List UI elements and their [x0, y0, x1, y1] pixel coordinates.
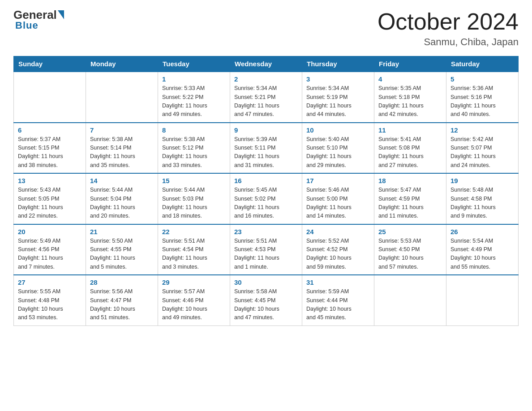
day-info: Sunrise: 5:36 AMSunset: 5:16 PMDaylight:…: [450, 84, 514, 119]
calendar-cell: 14Sunrise: 5:44 AMSunset: 5:04 PMDayligh…: [86, 173, 158, 224]
calendar-week-row: 20Sunrise: 5:49 AMSunset: 4:56 PMDayligh…: [14, 224, 519, 275]
day-number: 6: [18, 126, 82, 134]
calendar-cell: 1Sunrise: 5:33 AMSunset: 5:22 PMDaylight…: [158, 72, 230, 123]
day-info: Sunrise: 5:47 AMSunset: 4:59 PMDaylight:…: [378, 186, 442, 221]
day-info: Sunrise: 5:54 AMSunset: 4:49 PMDaylight:…: [450, 237, 514, 272]
calendar-cell: 3Sunrise: 5:34 AMSunset: 5:19 PMDaylight…: [302, 72, 374, 123]
calendar-cell: 7Sunrise: 5:38 AMSunset: 5:14 PMDaylight…: [86, 123, 158, 174]
logo-blue-text: Blue: [15, 20, 39, 31]
calendar-cell: 17Sunrise: 5:46 AMSunset: 5:00 PMDayligh…: [302, 173, 374, 224]
day-info: Sunrise: 5:44 AMSunset: 5:03 PMDaylight:…: [162, 186, 226, 221]
day-number: 7: [90, 126, 154, 134]
day-info: Sunrise: 5:44 AMSunset: 5:04 PMDaylight:…: [90, 186, 154, 221]
calendar-cell: 16Sunrise: 5:45 AMSunset: 5:02 PMDayligh…: [230, 173, 302, 224]
calendar-cell: 4Sunrise: 5:35 AMSunset: 5:18 PMDaylight…: [374, 72, 446, 123]
calendar-cell: 19Sunrise: 5:48 AMSunset: 4:58 PMDayligh…: [446, 173, 519, 224]
calendar-cell: 6Sunrise: 5:37 AMSunset: 5:15 PMDaylight…: [14, 123, 86, 174]
day-of-week-header: Friday: [374, 56, 446, 72]
calendar-week-row: 13Sunrise: 5:43 AMSunset: 5:05 PMDayligh…: [14, 173, 519, 224]
calendar-cell: 12Sunrise: 5:42 AMSunset: 5:07 PMDayligh…: [446, 123, 519, 174]
day-info: Sunrise: 5:53 AMSunset: 4:50 PMDaylight:…: [378, 237, 442, 272]
calendar-cell: 22Sunrise: 5:51 AMSunset: 4:54 PMDayligh…: [158, 224, 230, 275]
calendar-cell: 5Sunrise: 5:36 AMSunset: 5:16 PMDaylight…: [446, 72, 519, 123]
calendar-cell: 10Sunrise: 5:40 AMSunset: 5:10 PMDayligh…: [302, 123, 374, 174]
day-of-week-header: Sunday: [14, 56, 86, 72]
calendar-cell: 31Sunrise: 5:59 AMSunset: 4:44 PMDayligh…: [302, 275, 374, 325]
day-number: 26: [450, 228, 514, 235]
day-number: 15: [162, 177, 226, 184]
calendar-week-row: 1Sunrise: 5:33 AMSunset: 5:22 PMDaylight…: [14, 72, 519, 123]
day-number: 14: [90, 177, 154, 184]
day-info: Sunrise: 5:51 AMSunset: 4:53 PMDaylight:…: [234, 237, 298, 272]
day-info: Sunrise: 5:55 AMSunset: 4:48 PMDaylight:…: [18, 287, 82, 322]
calendar-cell: 8Sunrise: 5:38 AMSunset: 5:12 PMDaylight…: [158, 123, 230, 174]
calendar-cell: 26Sunrise: 5:54 AMSunset: 4:49 PMDayligh…: [446, 224, 519, 275]
day-number: 31: [306, 278, 370, 286]
day-info: Sunrise: 5:57 AMSunset: 4:46 PMDaylight:…: [162, 287, 226, 322]
day-info: Sunrise: 5:56 AMSunset: 4:47 PMDaylight:…: [90, 287, 154, 322]
day-number: 2: [234, 75, 298, 83]
calendar-cell: 2Sunrise: 5:34 AMSunset: 5:21 PMDaylight…: [230, 72, 302, 123]
day-info: Sunrise: 5:59 AMSunset: 4:44 PMDaylight:…: [306, 287, 370, 322]
calendar-cell: 29Sunrise: 5:57 AMSunset: 4:46 PMDayligh…: [158, 275, 230, 325]
calendar-week-row: 27Sunrise: 5:55 AMSunset: 4:48 PMDayligh…: [14, 275, 519, 325]
day-number: 29: [162, 278, 226, 286]
day-info: Sunrise: 5:48 AMSunset: 4:58 PMDaylight:…: [450, 186, 514, 221]
calendar-cell: 21Sunrise: 5:50 AMSunset: 4:55 PMDayligh…: [86, 224, 158, 275]
day-number: 16: [234, 177, 298, 184]
calendar-cell: 30Sunrise: 5:58 AMSunset: 4:45 PMDayligh…: [230, 275, 302, 325]
calendar-cell: 24Sunrise: 5:52 AMSunset: 4:52 PMDayligh…: [302, 224, 374, 275]
day-info: Sunrise: 5:50 AMSunset: 4:55 PMDaylight:…: [90, 237, 154, 272]
calendar-cell: [86, 72, 158, 123]
title-block: October 2024 Sanmu, Chiba, Japan: [378, 9, 519, 48]
day-info: Sunrise: 5:51 AMSunset: 4:54 PMDaylight:…: [162, 237, 226, 272]
day-number: 10: [306, 126, 370, 134]
calendar-cell: [446, 275, 519, 325]
page-header: General Blue October 2024 Sanmu, Chiba, …: [13, 9, 519, 48]
calendar-cell: 13Sunrise: 5:43 AMSunset: 5:05 PMDayligh…: [14, 173, 86, 224]
day-number: 25: [378, 228, 442, 235]
day-number: 11: [378, 126, 442, 134]
day-info: Sunrise: 5:45 AMSunset: 5:02 PMDaylight:…: [234, 186, 298, 221]
calendar-week-row: 6Sunrise: 5:37 AMSunset: 5:15 PMDaylight…: [14, 123, 519, 174]
day-number: 30: [234, 278, 298, 286]
day-of-week-header: Saturday: [446, 56, 519, 72]
day-info: Sunrise: 5:43 AMSunset: 5:05 PMDaylight:…: [18, 186, 82, 221]
day-info: Sunrise: 5:52 AMSunset: 4:52 PMDaylight:…: [306, 237, 370, 272]
day-number: 12: [450, 126, 514, 134]
main-title: October 2024: [378, 9, 519, 34]
day-info: Sunrise: 5:34 AMSunset: 5:19 PMDaylight:…: [306, 84, 370, 119]
day-number: 13: [18, 177, 82, 184]
day-number: 23: [234, 228, 298, 235]
day-info: Sunrise: 5:35 AMSunset: 5:18 PMDaylight:…: [378, 84, 442, 119]
calendar-cell: 23Sunrise: 5:51 AMSunset: 4:53 PMDayligh…: [230, 224, 302, 275]
day-number: 3: [306, 75, 370, 83]
calendar-cell: [14, 72, 86, 123]
day-number: 9: [234, 126, 298, 134]
day-info: Sunrise: 5:33 AMSunset: 5:22 PMDaylight:…: [162, 84, 226, 119]
subtitle: Sanmu, Chiba, Japan: [378, 36, 519, 48]
day-number: 18: [378, 177, 442, 184]
day-of-week-header: Tuesday: [158, 56, 230, 72]
day-number: 5: [450, 75, 514, 83]
day-number: 1: [162, 75, 226, 83]
calendar-cell: 18Sunrise: 5:47 AMSunset: 4:59 PMDayligh…: [374, 173, 446, 224]
calendar-cell: [374, 275, 446, 325]
day-number: 8: [162, 126, 226, 134]
day-of-week-header: Wednesday: [230, 56, 302, 72]
calendar-cell: 28Sunrise: 5:56 AMSunset: 4:47 PMDayligh…: [86, 275, 158, 325]
calendar-cell: 20Sunrise: 5:49 AMSunset: 4:56 PMDayligh…: [14, 224, 86, 275]
calendar-cell: 9Sunrise: 5:39 AMSunset: 5:11 PMDaylight…: [230, 123, 302, 174]
day-info: Sunrise: 5:42 AMSunset: 5:07 PMDaylight:…: [450, 135, 514, 170]
day-info: Sunrise: 5:41 AMSunset: 5:08 PMDaylight:…: [378, 135, 442, 170]
day-info: Sunrise: 5:46 AMSunset: 5:00 PMDaylight:…: [306, 186, 370, 221]
day-info: Sunrise: 5:58 AMSunset: 4:45 PMDaylight:…: [234, 287, 298, 322]
day-of-week-header: Monday: [86, 56, 158, 72]
day-info: Sunrise: 5:38 AMSunset: 5:14 PMDaylight:…: [90, 135, 154, 170]
day-number: 22: [162, 228, 226, 235]
calendar-cell: 27Sunrise: 5:55 AMSunset: 4:48 PMDayligh…: [14, 275, 86, 325]
day-of-week-header: Thursday: [302, 56, 374, 72]
day-number: 24: [306, 228, 370, 235]
calendar-cell: 15Sunrise: 5:44 AMSunset: 5:03 PMDayligh…: [158, 173, 230, 224]
day-number: 19: [450, 177, 514, 184]
